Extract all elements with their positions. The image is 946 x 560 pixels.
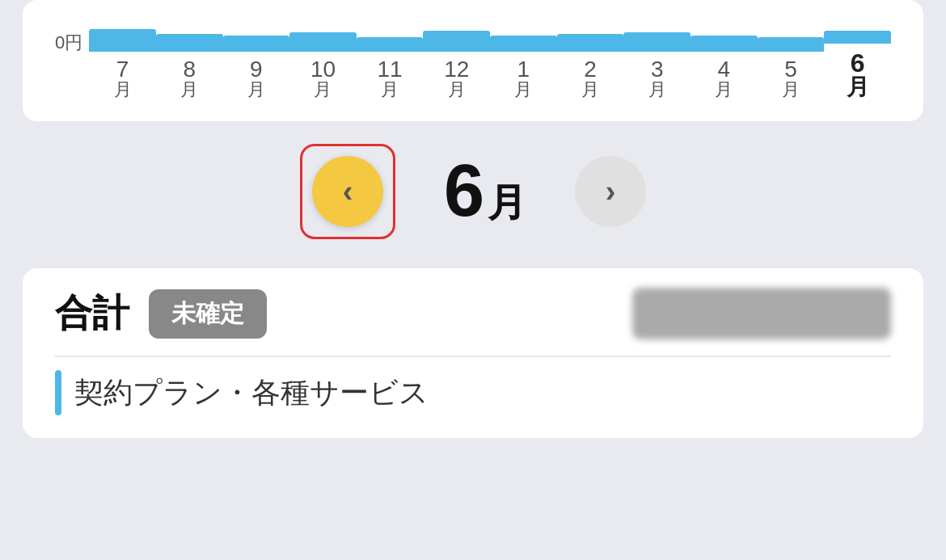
bar [824, 31, 891, 44]
month-kanji: 月 [314, 81, 332, 99]
divider [55, 356, 891, 357]
month-num: 4 [718, 58, 731, 81]
month-num: 12 [444, 58, 469, 81]
total-left: 合計 未確定 [55, 288, 267, 339]
chart-column: 4月 [690, 36, 758, 99]
month-num: 2 [584, 58, 597, 81]
month-label: 1月 [514, 58, 532, 99]
chart-column: 6月 [824, 31, 891, 99]
y-axis-label: 0円 [55, 29, 82, 55]
plan-indicator [55, 370, 61, 415]
month-label: 12月 [444, 58, 469, 99]
chart-column: 11月 [357, 37, 424, 99]
month-label: 11月 [378, 58, 403, 99]
bar [156, 34, 223, 52]
month-kanji: 月 [180, 81, 198, 99]
bar [758, 37, 825, 52]
chart-card: 0円 7月8月9月10月11月12月1月2月3月4月5月6月 [23, 0, 923, 121]
total-label: 合計 [55, 288, 129, 339]
total-card: 合計 未確定 契約プラン・各種サービス [23, 268, 923, 438]
chart-column: 9月 [223, 36, 290, 99]
month-kanji: 月 [847, 76, 869, 99]
chart-area: 0円 7月8月9月10月11月12月1月2月3月4月5月6月 [55, 23, 891, 99]
amount-display [632, 288, 891, 339]
current-month-number: 6 [444, 154, 484, 227]
month-num: 5 [784, 58, 797, 81]
month-num: 10 [310, 58, 336, 81]
month-label: 7月 [114, 58, 132, 99]
bar [289, 32, 357, 52]
month-nav: ‹ 6 月 › [0, 121, 946, 255]
month-label: 9月 [247, 58, 265, 99]
total-row: 合計 未確定 [55, 288, 891, 339]
current-month-display: 6 月 [444, 154, 526, 229]
bar [623, 32, 690, 52]
chart-column: 2月 [557, 34, 624, 99]
prev-button-wrapper: ‹ [300, 144, 395, 239]
bar [223, 36, 290, 52]
chart-bars: 7月8月9月10月11月12月1月2月3月4月5月6月 [89, 29, 891, 99]
chart-column: 7月 [89, 29, 156, 99]
month-kanji: 月 [448, 81, 466, 99]
bar [357, 37, 424, 52]
plan-label: 契約プラン・各種サービス [74, 373, 429, 413]
next-month-button[interactable]: › [575, 156, 646, 227]
month-num: 9 [250, 58, 263, 81]
current-month-kanji: 月 [488, 177, 526, 229]
bar [690, 36, 758, 52]
bar [557, 34, 624, 52]
month-num: 8 [183, 58, 196, 81]
month-kanji: 月 [514, 81, 532, 99]
month-kanji: 月 [581, 81, 599, 99]
prev-month-button[interactable]: ‹ [312, 156, 383, 227]
month-label: 6月 [847, 50, 869, 99]
month-num: 3 [651, 58, 664, 81]
chart-column: 12月 [423, 31, 490, 99]
month-label: 8月 [180, 58, 198, 99]
month-label: 5月 [782, 58, 800, 99]
chart-column: 10月 [289, 32, 357, 99]
chart-column: 5月 [758, 37, 825, 99]
chart-column: 1月 [490, 36, 557, 99]
bar [89, 29, 156, 52]
chart-column: 3月 [623, 32, 690, 99]
month-label: 4月 [715, 58, 733, 99]
month-kanji: 月 [114, 81, 132, 99]
month-label: 2月 [581, 58, 599, 99]
month-kanji: 月 [782, 81, 800, 99]
month-kanji: 月 [715, 81, 733, 99]
month-label: 10月 [310, 58, 336, 99]
bar [490, 36, 557, 52]
month-kanji: 月 [381, 81, 399, 99]
month-num: 11 [378, 58, 403, 81]
chart-column: 8月 [156, 34, 223, 99]
right-chevron-icon: › [606, 175, 616, 209]
plan-row: 契約プラン・各種サービス [55, 370, 891, 415]
left-chevron-icon: ‹ [343, 175, 353, 209]
bar [423, 31, 490, 52]
month-num: 7 [116, 58, 129, 81]
month-num: 6 [851, 50, 865, 76]
month-label: 3月 [648, 58, 666, 99]
month-kanji: 月 [648, 81, 666, 99]
status-badge: 未確定 [149, 289, 267, 339]
month-num: 1 [517, 58, 530, 81]
month-kanji: 月 [247, 81, 265, 99]
